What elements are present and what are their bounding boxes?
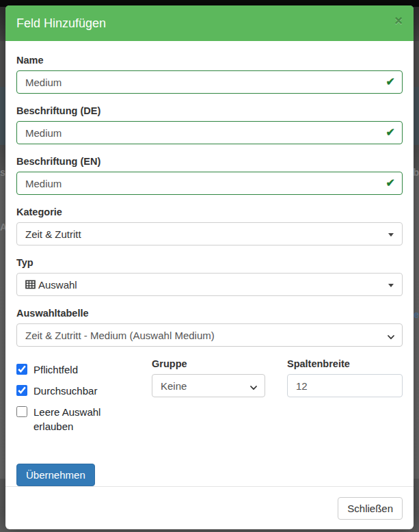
backdrop-text-fragment: s — [0, 167, 5, 178]
label-de-label: Beschriftung (DE) — [16, 105, 403, 116]
type-field-group: Typ Auswahl — [16, 257, 403, 296]
searchable-checkbox-label: Durchsuchbar — [33, 384, 97, 399]
required-checkbox[interactable] — [16, 364, 27, 375]
group-selected-value: Keine — [161, 380, 187, 392]
category-selected-value: Zeit & Zutritt — [25, 228, 81, 240]
add-field-modal: Feld Hinzufügen × Name ✔ Beschriftung (D… — [5, 5, 414, 524]
category-label: Kategorie — [16, 207, 403, 217]
column-width-label: Spaltenbreite — [287, 358, 403, 369]
close-button[interactable]: Schließen — [338, 497, 403, 520]
searchable-checkbox-row: Durchsuchbar — [16, 384, 152, 399]
searchable-checkbox[interactable] — [16, 385, 27, 396]
name-field-group: Name ✔ — [16, 55, 403, 94]
label-en-input[interactable] — [16, 172, 403, 195]
label-en-label: Beschriftung (EN) — [16, 156, 403, 167]
caret-down-icon — [388, 233, 394, 237]
required-checkbox-row: Pflichtfeld — [16, 362, 152, 377]
allow-empty-checkbox-label: Leere Auswahl erlauben — [33, 405, 129, 435]
group-label: Gruppe — [152, 358, 287, 369]
column-width-field-group: Spaltenbreite — [287, 358, 403, 440]
chevron-down-icon — [387, 332, 395, 343]
group-field-group: Gruppe Keine — [152, 358, 287, 440]
group-select[interactable]: Keine — [152, 374, 265, 397]
checkbox-column: Pflichtfeld Durchsuchbar Leere Auswahl e… — [16, 358, 152, 440]
selection-table-selected-value: Zeit & Zutritt - Medium (Auswahl Medium) — [25, 330, 215, 341]
name-label: Name — [16, 55, 403, 66]
caret-down-icon — [388, 284, 394, 287]
type-label: Typ — [16, 257, 403, 268]
selection-table-select[interactable]: Zeit & Zutritt - Medium (Auswahl Medium) — [16, 323, 403, 347]
label-en-field-group: Beschriftung (EN) ✔ — [16, 156, 403, 195]
label-de-input[interactable] — [16, 121, 403, 144]
required-checkbox-label: Pflichtfeld — [33, 362, 78, 377]
table-grid-icon — [25, 280, 36, 289]
close-icon[interactable]: × — [394, 14, 403, 27]
backdrop-text-fragment: b — [413, 167, 419, 178]
column-width-input[interactable] — [287, 374, 403, 397]
selection-table-field-group: Auswahltabelle Zeit & Zutritt - Medium (… — [16, 308, 403, 347]
modal-header: Feld Hinzufügen × — [5, 5, 414, 41]
category-field-group: Kategorie Zeit & Zutritt — [16, 207, 403, 245]
category-dropdown[interactable]: Zeit & Zutritt — [16, 222, 403, 245]
type-dropdown[interactable]: Auswahl — [16, 273, 403, 296]
type-selected-value: Auswahl — [38, 279, 77, 291]
modal-body: Name ✔ Beschriftung (DE) ✔ Beschriftung … — [5, 41, 414, 486]
label-de-field-group: Beschriftung (DE) ✔ — [16, 105, 403, 144]
apply-button[interactable]: Übernehmen — [16, 464, 95, 486]
name-input[interactable] — [16, 70, 403, 94]
options-row: Pflichtfeld Durchsuchbar Leere Auswahl e… — [16, 358, 403, 440]
modal-footer: Schließen — [5, 486, 414, 529]
allow-empty-checkbox[interactable] — [16, 406, 27, 417]
modal-title: Feld Hinzufügen — [16, 16, 106, 31]
chevron-down-icon — [249, 382, 258, 394]
selection-table-label: Auswahltabelle — [16, 308, 403, 319]
allow-empty-checkbox-row: Leere Auswahl erlauben — [16, 405, 152, 435]
